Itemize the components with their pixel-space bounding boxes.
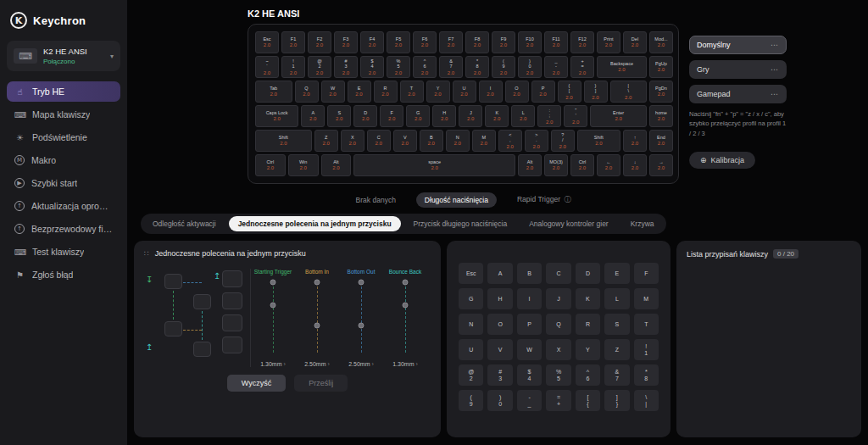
picker-key-sym[interactable]: = +	[546, 390, 570, 411]
key-5[interactable]: % 52.0	[387, 56, 410, 78]
key-e[interactable]: E2.0	[348, 81, 371, 103]
key-7[interactable]: & 72.0	[439, 56, 463, 78]
key-sym[interactable]: ~ `2.0	[255, 56, 279, 78]
display-mode-długość-naciśnięcia[interactable]: Długość naciśnięcia	[416, 192, 497, 208]
trigger-value[interactable]: 1.30mm ›	[392, 361, 418, 367]
key-space[interactable]: space2.0	[353, 154, 515, 176]
picker-key-e[interactable]: E	[604, 263, 629, 284]
picker-key-f[interactable]: F	[634, 263, 659, 284]
key-sym[interactable]: < ,2.0	[498, 130, 522, 152]
key-i[interactable]: I2.0	[479, 81, 503, 103]
sidebar-item-podświetlenie[interactable]: ☀Podświetlenie	[7, 127, 120, 147]
key-sym[interactable]: > .2.0	[525, 130, 548, 152]
dks-key-slot[interactable]	[222, 314, 242, 331]
trigger-slider[interactable]	[401, 278, 409, 356]
key-q[interactable]: Q2.0	[295, 81, 319, 103]
profile-menu-icon[interactable]: ⋯	[771, 41, 779, 49]
key-sym[interactable]: ↑2.0	[623, 130, 647, 152]
key-shift[interactable]: Shift2.0	[577, 130, 620, 152]
key-caps-lock[interactable]: Caps Lock2.0	[255, 105, 298, 127]
trigger-slider[interactable]	[313, 278, 321, 356]
key-x[interactable]: X2.0	[341, 130, 364, 152]
picker-key-4[interactable]: $ 4	[517, 364, 542, 386]
picker-key-d[interactable]: D	[576, 263, 600, 284]
picker-key-esc[interactable]: Esc	[459, 263, 483, 284]
key-sym[interactable]: + =2.0	[570, 56, 594, 78]
trigger-value[interactable]: 1.30mm ›	[260, 361, 286, 367]
key-sym[interactable]: ? /2.0	[551, 130, 575, 152]
key-ctrl[interactable]: Ctrl2.0	[255, 154, 286, 176]
trigger-slider[interactable]	[357, 278, 365, 356]
picker-key-l[interactable]: L	[604, 288, 629, 309]
picker-key-i[interactable]: I	[517, 288, 542, 309]
tab-przycisk-długiego-naciśnięcia[interactable]: Przycisk długiego naciśnięcia	[404, 216, 517, 231]
picker-key-o[interactable]: O	[487, 314, 512, 335]
picker-key-z[interactable]: Z	[604, 339, 629, 360]
picker-key-n[interactable]: N	[459, 314, 483, 335]
sidebar-item-makro[interactable]: MMakro	[7, 150, 120, 170]
picker-key-5[interactable]: % 5	[546, 364, 570, 386]
key-k[interactable]: K2.0	[485, 105, 509, 127]
key-tab[interactable]: Tab2.0	[255, 81, 292, 103]
key-sym[interactable]: } ]2.0	[584, 81, 608, 103]
picker-key-t[interactable]: T	[634, 314, 659, 335]
sidebar-item-tryb-he[interactable]: ☝Tryb HE	[7, 81, 120, 102]
key-s[interactable]: S2.0	[327, 105, 351, 127]
picker-key-sym[interactable]: \ |	[634, 390, 659, 411]
sidebar-item-aktualizacja-oprogram[interactable]: ↑Aktualizacja oprogram...	[7, 196, 120, 216]
key-a[interactable]: A2.0	[301, 105, 325, 127]
key-end[interactable]: End2.0	[649, 130, 673, 152]
picker-key-a[interactable]: A	[487, 263, 512, 284]
key-sym[interactable]: →2.0	[649, 154, 673, 176]
key-f3[interactable]: F32.0	[334, 31, 358, 53]
key-f[interactable]: F2.0	[380, 105, 403, 127]
key-v[interactable]: V2.0	[393, 130, 417, 152]
key-1[interactable]: ! 12.0	[281, 56, 305, 78]
picker-key-7[interactable]: & 7	[604, 364, 629, 386]
display-mode-brak-danych[interactable]: Brak danych	[348, 192, 404, 208]
picker-key-g[interactable]: G	[459, 288, 483, 309]
picker-key-r[interactable]: R	[576, 314, 600, 335]
key-f2[interactable]: F22.0	[308, 31, 331, 53]
sidebar-item-szybki-start[interactable]: ▶Szybki start	[7, 173, 120, 193]
picker-key-6[interactable]: ^ 6	[576, 364, 600, 386]
picker-key-c[interactable]: C	[546, 263, 570, 284]
picker-key-q[interactable]: Q	[546, 314, 570, 335]
key-3[interactable]: # 32.0	[334, 56, 358, 78]
key-o[interactable]: O2.0	[505, 81, 529, 103]
dks-key-slot[interactable]	[222, 270, 242, 287]
key-8[interactable]: * 82.0	[465, 56, 489, 78]
profile-menu-icon[interactable]: ⋯	[771, 65, 779, 74]
key-shift[interactable]: Shift2.0	[255, 130, 312, 152]
key-d[interactable]: D2.0	[353, 105, 377, 127]
key-p[interactable]: P2.0	[531, 81, 555, 103]
picker-key-0[interactable]: ) 0	[487, 390, 512, 411]
key-del[interactable]: Del2.0	[623, 31, 647, 53]
picker-key-2[interactable]: @ 2	[459, 364, 483, 386]
key-0[interactable]: ) 02.0	[518, 56, 542, 78]
picker-key-v[interactable]: V	[487, 339, 512, 360]
picker-key-8[interactable]: * 8	[634, 364, 659, 386]
key-z[interactable]: Z2.0	[314, 130, 338, 152]
key-4[interactable]: $ 42.0	[360, 56, 384, 78]
key-ctrl[interactable]: Ctrl2.0	[570, 154, 594, 176]
key-y[interactable]: Y2.0	[426, 81, 450, 103]
key-f9[interactable]: F92.0	[492, 31, 515, 53]
key-pgdn[interactable]: PgDn2.0	[649, 81, 673, 103]
key-enter[interactable]: Enter2.0	[590, 105, 647, 127]
key-b[interactable]: B2.0	[420, 130, 443, 152]
key-sym[interactable]: ↓2.0	[623, 154, 647, 176]
key-esc[interactable]: Esc2.0	[255, 31, 279, 53]
key-sym[interactable]: _ -2.0	[544, 56, 568, 78]
key-home[interactable]: home2.0	[649, 105, 673, 127]
profile-button-domyślny[interactable]: Domyślny⋯	[689, 36, 787, 54]
picker-key-j[interactable]: J	[546, 288, 570, 309]
key-f4[interactable]: F42.0	[360, 31, 384, 53]
picker-key-p[interactable]: P	[517, 314, 542, 335]
trigger-value[interactable]: 2.50mm ›	[348, 361, 374, 367]
profile-button-gry[interactable]: Gry⋯	[689, 60, 787, 79]
picker-key-9[interactable]: ( 9	[459, 390, 483, 411]
picker-key-m[interactable]: M	[634, 288, 659, 309]
profile-menu-icon[interactable]: ⋯	[771, 90, 779, 98]
picker-key-k[interactable]: K	[576, 288, 600, 309]
